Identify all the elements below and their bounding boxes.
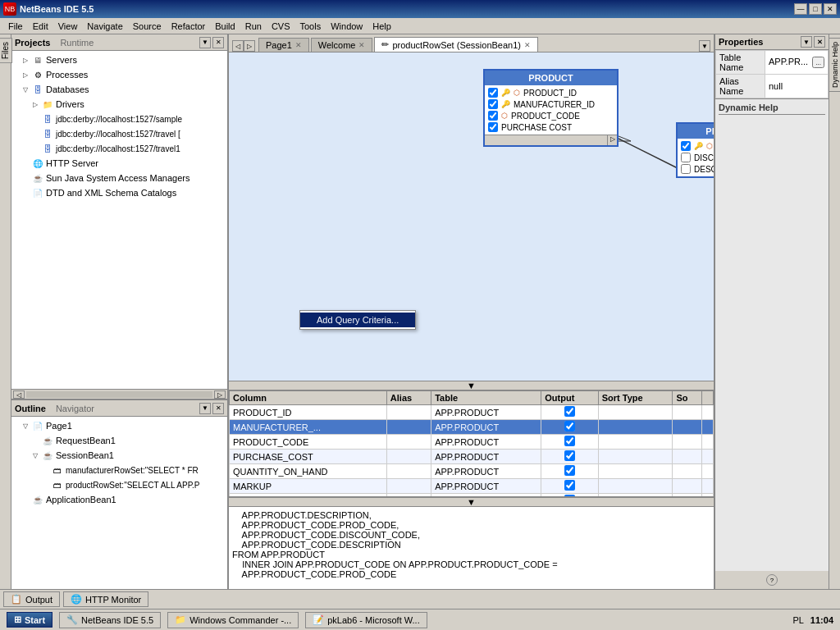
- bottom-tab-output[interactable]: 📋 Output: [3, 591, 60, 607]
- prop-value-tablename[interactable]: APP.PR... ...: [765, 51, 829, 75]
- grid-cell-output-5[interactable]: [541, 464, 598, 479]
- grid-cell-so-3[interactable]: [673, 435, 702, 450]
- tab-nav-left[interactable]: ◁ ▷: [232, 40, 255, 52]
- tree-item-jdbc3[interactable]: ▷ 🗄 jdbc:derby://localhost:1527/travel1: [13, 141, 226, 156]
- grid-row-2[interactable]: MANUFACTURER_... APP.PRODUCT: [230, 420, 714, 435]
- output-cb-2[interactable]: [564, 421, 575, 431]
- tab-scroll-left[interactable]: ◁: [232, 40, 244, 52]
- prod-code-checkbox[interactable]: [681, 141, 691, 151]
- grid-cell-alias-2[interactable]: [386, 420, 431, 435]
- taskbar-wincmdr[interactable]: 📁 Windows Commander -...: [167, 612, 299, 628]
- tree-item-jdbc1[interactable]: ▷ 🗄 jdbc:derby://localhost:1527/sample: [13, 112, 226, 126]
- grid-cell-so-2[interactable]: [673, 420, 702, 435]
- menu-window[interactable]: Window: [326, 20, 368, 33]
- prop-value-aliasname[interactable]: null: [765, 75, 829, 98]
- projects-controls[interactable]: ▼ ✕: [199, 37, 224, 48]
- grid-cell-output-1[interactable]: [541, 405, 598, 420]
- tab-page1[interactable]: Page1 ✕: [258, 38, 309, 52]
- outline-requestbean1[interactable]: ▷ ☕ RequestBean1: [13, 433, 226, 448]
- projects-close-btn[interactable]: ✕: [212, 37, 224, 48]
- start-button[interactable]: ⊞ Start: [7, 612, 52, 628]
- menu-cvs[interactable]: CVS: [267, 20, 295, 33]
- outline-productrowset[interactable]: ▷ 🗃 productRowSet:"SELECT ALL APP.P: [13, 477, 226, 492]
- menu-file[interactable]: File: [3, 20, 28, 33]
- tree-item-sun[interactable]: ▷ ☕ Sun Java System Access Managers: [13, 171, 226, 185]
- grid-row-5[interactable]: QUANTITY_ON_HAND APP.PRODUCT: [230, 464, 714, 479]
- prop-tablename-btn[interactable]: ...: [812, 57, 824, 68]
- grid-divider[interactable]: ▼: [229, 381, 714, 390]
- outline-sessionbean1[interactable]: ▽ ☕ SessionBean1: [13, 448, 226, 463]
- properties-menu-btn[interactable]: ▼: [801, 36, 812, 48]
- tree-item-jdbc2[interactable]: ▷ 🗄 jdbc:derby://localhost:1527/travel [: [13, 126, 226, 141]
- ctx-item-add-criteria[interactable]: Add Query Criteria...: [300, 313, 415, 327]
- outline-controls[interactable]: ▼ ✕: [199, 403, 224, 414]
- menu-view[interactable]: View: [53, 20, 83, 33]
- grid-cell-sort-5[interactable]: [598, 464, 673, 479]
- sql-divider[interactable]: ▼: [229, 497, 714, 507]
- files-tab[interactable]: Files: [0, 38, 12, 63]
- product-id-checkbox[interactable]: [488, 88, 498, 98]
- product-scroll-btn-right[interactable]: ▷: [607, 135, 617, 145]
- pc-field-discount[interactable]: DISCOUNT_CODE: [678, 152, 714, 163]
- projects-menu-btn[interactable]: ▼: [199, 37, 211, 48]
- grid-row-3[interactable]: PRODUCT_CODE APP.PRODUCT: [230, 435, 714, 450]
- tree-item-processes[interactable]: ▷ ⚙ Processes: [13, 67, 226, 82]
- product-field-cost[interactable]: PURCHASE COST: [485, 121, 617, 133]
- scroll-right-btn[interactable]: ▷: [214, 390, 226, 399]
- grid-cell-output-2[interactable]: [541, 420, 598, 435]
- scroll-left-btn[interactable]: ◁: [13, 390, 25, 399]
- grid-cell-output-6[interactable]: [541, 479, 598, 494]
- close-button[interactable]: ✕: [824, 3, 837, 15]
- minimize-button[interactable]: —: [794, 3, 807, 15]
- grid-cell-output-3[interactable]: [541, 435, 598, 450]
- grid-cell-alias-4[interactable]: [386, 450, 431, 464]
- taskbar-pklab[interactable]: 📝 pkLab6 - Microsoft W...: [305, 612, 427, 628]
- tree-item-servers[interactable]: ▷ 🖥 Servers: [13, 52, 226, 67]
- tree-item-databases[interactable]: ▽ 🗄 Databases: [13, 82, 226, 97]
- output-cb-1[interactable]: [564, 406, 575, 417]
- grid-cell-alias-1[interactable]: [386, 405, 431, 420]
- discount-checkbox[interactable]: [681, 153, 691, 162]
- menu-edit[interactable]: Edit: [28, 20, 53, 33]
- tab-page1-close[interactable]: ✕: [295, 41, 302, 49]
- menu-run[interactable]: Run: [240, 20, 267, 33]
- cost-checkbox[interactable]: [488, 122, 498, 132]
- output-cb-6[interactable]: [564, 480, 575, 491]
- menu-help[interactable]: Help: [368, 20, 396, 33]
- tab-welcome[interactable]: Welcome ✕: [311, 38, 373, 52]
- prop-help-btn[interactable]: ?: [766, 574, 778, 586]
- tab-productrowset-close[interactable]: ✕: [524, 41, 531, 49]
- window-controls[interactable]: — □ ✕: [794, 3, 837, 15]
- tree-item-drivers[interactable]: ▷ 📁 Drivers: [13, 97, 226, 112]
- tab-welcome-close[interactable]: ✕: [358, 41, 365, 49]
- grid-row-6[interactable]: MARKUP APP.PRODUCT: [230, 479, 714, 494]
- grid-cell-output-4[interactable]: [541, 450, 598, 464]
- grid-cell-so-6[interactable]: [673, 479, 702, 494]
- output-cb-4[interactable]: [564, 450, 575, 461]
- menu-source[interactable]: Source: [128, 20, 167, 33]
- tab-dropdown-btn[interactable]: ▼: [699, 40, 710, 52]
- grid-cell-alias-3[interactable]: [386, 435, 431, 450]
- tab-extra-btn[interactable]: ▼: [699, 40, 710, 52]
- output-cb-3[interactable]: [564, 436, 575, 446]
- menu-tools[interactable]: Tools: [295, 20, 326, 33]
- menu-build[interactable]: Build: [210, 20, 240, 33]
- product-field-product-id[interactable]: 🔑 ⬡ PRODUCT_ID: [485, 87, 617, 98]
- maximize-button[interactable]: □: [809, 3, 822, 15]
- properties-controls[interactable]: ▼ ✕: [801, 36, 825, 48]
- code-checkbox[interactable]: [488, 111, 498, 121]
- grid-cell-sort-3[interactable]: [598, 435, 673, 450]
- product-scroll-h[interactable]: [485, 135, 607, 145]
- mfr-id-checkbox[interactable]: [488, 99, 498, 109]
- outline-menu-btn[interactable]: ▼: [199, 403, 211, 414]
- taskbar-netbeans[interactable]: 🔧 NetBeans IDE 5.5: [59, 612, 161, 628]
- tree-item-http[interactable]: ▷ 🌐 HTTP Server: [13, 156, 226, 171]
- properties-close-btn[interactable]: ✕: [814, 36, 825, 48]
- grid-cell-alias-5[interactable]: [386, 464, 431, 479]
- pc-field-prod-code[interactable]: 🔑 ⬡ PROD_CODE: [678, 140, 714, 152]
- projects-scrollbar[interactable]: ◁ ▷: [11, 389, 227, 399]
- grid-cell-so-5[interactable]: [673, 464, 702, 479]
- grid-row-4[interactable]: PURCHASE_COST APP.PRODUCT: [230, 450, 714, 464]
- menu-navigate[interactable]: Navigate: [82, 20, 127, 33]
- product-field-mfr-id[interactable]: 🔑 MANUFACTURER_ID: [485, 98, 617, 110]
